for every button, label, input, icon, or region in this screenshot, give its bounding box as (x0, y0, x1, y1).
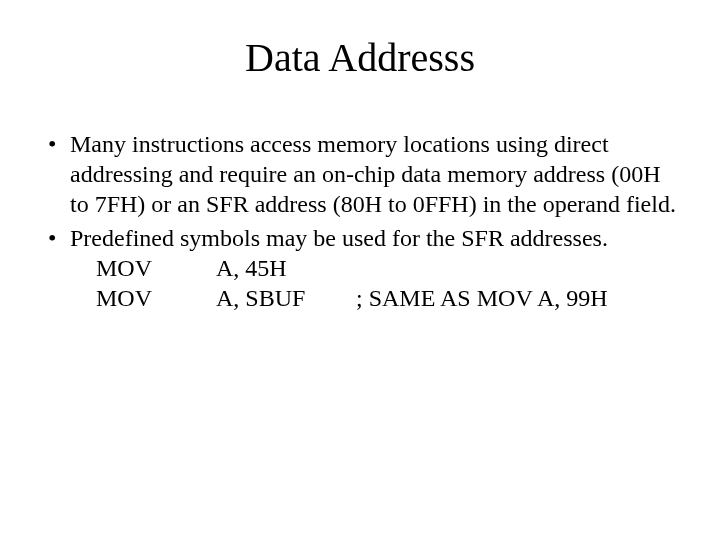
bullet-text: Many instructions access memory location… (70, 131, 676, 217)
code-operand: A, SBUF (216, 283, 356, 313)
slide-body: Many instructions access memory location… (44, 129, 676, 313)
bullet-item: Many instructions access memory location… (44, 129, 676, 219)
code-mnemonic: MOV (96, 283, 216, 313)
bullet-text: Predefined symbols may be used for the S… (70, 225, 608, 251)
code-mnemonic: MOV (96, 253, 216, 283)
code-row: MOV A, 45H (96, 253, 676, 283)
bullet-item: Predefined symbols may be used for the S… (44, 223, 676, 313)
code-comment (356, 253, 676, 283)
code-row: MOV A, SBUF ; SAME AS MOV A, 99H (96, 283, 676, 313)
slide: Data Addresss Many instructions access m… (0, 34, 720, 540)
slide-title: Data Addresss (0, 34, 720, 81)
code-block: MOV A, 45H MOV A, SBUF ; SAME AS MOV A, … (96, 253, 676, 313)
bullet-list: Many instructions access memory location… (44, 129, 676, 313)
code-operand: A, 45H (216, 253, 356, 283)
code-comment: ; SAME AS MOV A, 99H (356, 283, 676, 313)
